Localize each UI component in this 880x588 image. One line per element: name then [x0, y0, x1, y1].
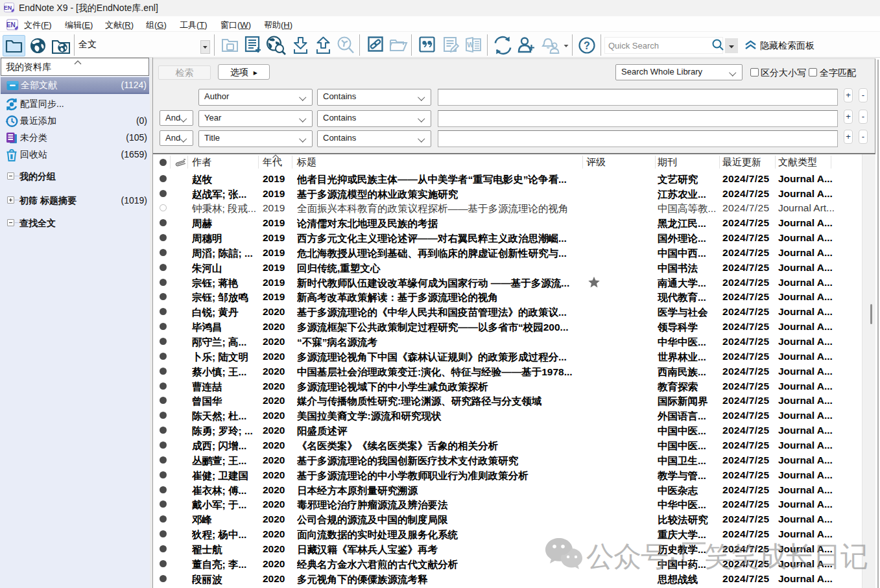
svg-text:EN: EN — [4, 5, 12, 11]
svg-text:W: W — [467, 41, 474, 49]
svg-text:?: ? — [584, 40, 590, 51]
svg-text:EN: EN — [6, 21, 16, 29]
